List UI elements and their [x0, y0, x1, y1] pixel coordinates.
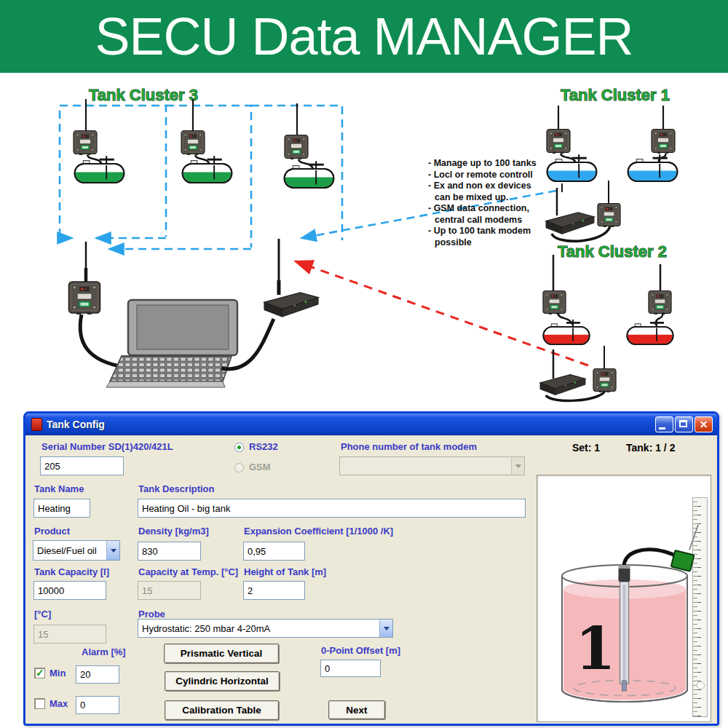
local-receiver-device	[68, 242, 124, 367]
feature-item: - Up to 100 tank modem	[428, 226, 559, 237]
gsm-radio[interactable]	[234, 463, 244, 472]
rs232-label: RS232	[249, 441, 278, 452]
feature-list: - Manage up to 100 tanks - Locl or remot…	[428, 158, 559, 248]
feature-item: central call modems	[428, 215, 559, 226]
temp-input	[33, 625, 106, 644]
transmitter-antenna	[689, 525, 698, 550]
phone-combo[interactable]	[339, 456, 525, 475]
capacity-input[interactable]	[33, 581, 106, 600]
cluster3-groups	[74, 99, 333, 188]
min-label: Min	[50, 668, 66, 678]
height-label: Height of Tank [m]	[244, 566, 326, 577]
app-title: SECU Data MANAGER	[95, 7, 633, 66]
max-checkbox[interactable]	[34, 698, 45, 709]
probe-transmitter	[671, 550, 695, 571]
chevron-down-icon	[384, 627, 389, 630]
serial-number-label: Serial Number SD(1)420/421L	[41, 441, 173, 452]
zero-point-offset-input[interactable]	[320, 660, 381, 677]
probe	[619, 565, 630, 691]
cluster1-groups	[546, 106, 677, 241]
tank-preview-graphic: 1	[537, 475, 711, 721]
probe-combo-value: Hydrostatic: 250 mbar 4-20mA	[138, 623, 379, 634]
tank-number: 1	[575, 614, 616, 683]
temp-unit-label: [°C]	[34, 609, 51, 620]
density-label: Density [kg/m3]	[138, 526, 209, 537]
tank-name-input[interactable]	[33, 499, 90, 518]
minimize-button[interactable]	[655, 416, 673, 432]
cluster2-groups	[540, 255, 673, 400]
cylindric-horizontal-button[interactable]: Cylindric Horizontal	[165, 671, 280, 691]
tank-description-input[interactable]	[138, 499, 526, 518]
probe-label: Probe	[138, 609, 165, 620]
maximize-icon	[679, 420, 687, 427]
tank-config-window: Tank Config ✕ Serial Number SD(1)420/421…	[23, 411, 719, 726]
feature-item: - Manage up to 100 tanks	[428, 158, 559, 170]
alarm-label: Alarm [%]	[82, 646, 126, 657]
central-modem	[264, 239, 318, 317]
titlebar[interactable]: Tank Config ✕	[25, 414, 717, 435]
tank-name-label: Tank Name	[34, 483, 84, 494]
expansion-label: Expansion Coefficient [1/1000 /K]	[244, 526, 393, 537]
feature-item: can be mixed up.	[428, 192, 559, 204]
chevron-down-icon	[515, 464, 521, 468]
height-input[interactable]	[243, 581, 305, 600]
gsm-label: GSM	[249, 462, 271, 472]
app-banner: SECU Data MANAGER	[0, 0, 728, 73]
cluster2-modem-icon	[540, 375, 585, 395]
screenshot-root: SECU Data MANAGER	[0, 0, 728, 728]
tank-preview-panel: 1	[537, 475, 711, 722]
calibration-table-button[interactable]: Calibration Table	[165, 700, 279, 720]
tank-description-label: Tank Description	[138, 483, 215, 494]
product-combo-value: Diesel/Fuel oil	[33, 545, 106, 556]
serial-number-input[interactable]	[40, 456, 124, 475]
prismatic-vertical-button[interactable]: Prismatic Vertical	[164, 644, 279, 663]
expansion-input[interactable]	[243, 542, 305, 561]
modem-icon	[264, 293, 318, 317]
next-button[interactable]: Next	[328, 700, 385, 719]
tank-info: Tank: 1 / 2	[626, 442, 675, 454]
phone-label: Phone number of tank modem	[341, 441, 477, 452]
rs232-radio[interactable]	[234, 443, 244, 452]
feature-item: - Ex and non ex devices	[428, 181, 559, 192]
capacity-temp-input	[138, 581, 201, 600]
zero-point-offset-label: 0-Point Offset [m]	[321, 645, 400, 656]
product-combo[interactable]: Diesel/Fuel oil	[33, 540, 120, 561]
set-info: Set: 1	[572, 442, 600, 454]
network-diagram: Tank Cluster 3 Tank Cluster 1 Tank Clust…	[0, 73, 728, 411]
min-alarm-input[interactable]	[76, 665, 119, 684]
feature-item: - GSM data connection,	[428, 203, 559, 215]
close-button[interactable]: ✕	[695, 416, 713, 432]
density-input[interactable]	[138, 542, 201, 561]
maximize-button[interactable]	[675, 416, 693, 432]
product-label: Product	[34, 526, 70, 537]
max-label: Max	[50, 698, 68, 709]
dialog-content: Serial Number SD(1)420/421L RS232 GSM Ph…	[25, 435, 717, 724]
capacity-temp-label: Capacity at Temp. [°C]	[138, 566, 238, 577]
max-alarm-input[interactable]	[76, 696, 119, 714]
probe-combo-button[interactable]	[379, 620, 392, 637]
chevron-down-icon	[111, 549, 116, 553]
feature-item: - Locl or remote controll	[428, 170, 559, 181]
cluster1-title: Tank Cluster 1	[561, 86, 670, 104]
phone-combo-button[interactable]	[511, 457, 524, 475]
close-icon: ✕	[695, 418, 712, 431]
feature-item: possible	[428, 237, 559, 249]
cluster2-title: Tank Cluster 2	[558, 242, 667, 261]
window-title: Tank Config	[47, 419, 655, 430]
receiver-box-icon	[68, 282, 100, 314]
min-checkbox[interactable]	[34, 668, 45, 678]
probe-combo[interactable]: Hydrostatic: 250 mbar 4-20mA	[138, 619, 393, 638]
window-icon	[31, 418, 42, 431]
cluster3-title: Tank Cluster 3	[89, 86, 198, 104]
laptop	[106, 300, 274, 387]
product-combo-button[interactable]	[106, 541, 119, 560]
minimize-icon	[659, 427, 665, 430]
diagram-canvas: Tank Cluster 3 Tank Cluster 1 Tank Clust…	[0, 73, 728, 411]
capacity-label: Tank Capacity [l]	[34, 566, 109, 577]
